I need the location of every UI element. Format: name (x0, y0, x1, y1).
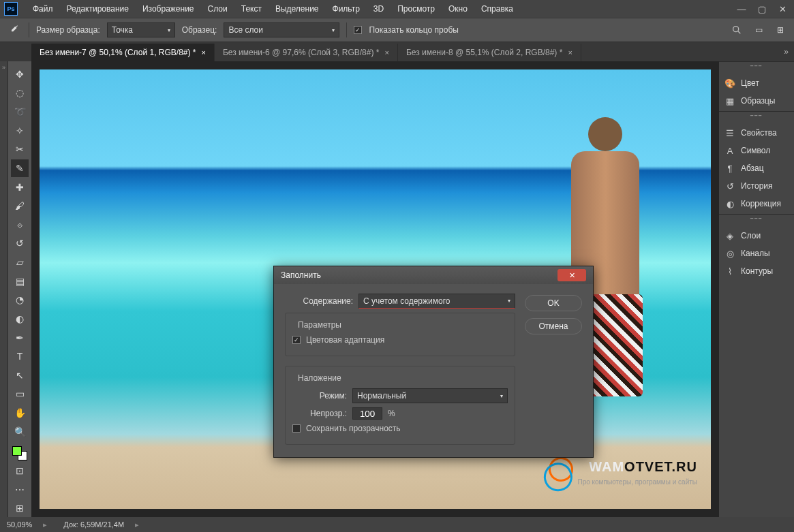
watermark-logo (545, 454, 577, 485)
panel-коррекция[interactable]: ◐Коррекция (719, 195, 794, 213)
sample-source-dropdown[interactable]: Все слои▾ (224, 22, 339, 37)
maximize-button[interactable]: ▢ (754, 3, 769, 14)
panel-каналы[interactable]: ◎Каналы (719, 245, 794, 262)
move-tool[interactable]: ✥ (11, 65, 29, 83)
mode-dropdown[interactable]: Нормальный▾ (352, 388, 508, 403)
path-tool[interactable]: ↖ (11, 366, 29, 384)
gradient-tool[interactable]: ▤ (11, 272, 29, 290)
eraser-tool[interactable]: ▱ (11, 253, 29, 271)
type-tool[interactable]: T (11, 347, 29, 365)
document-tab[interactable]: Без имени-8 @ 55,1% (Слой 2, RGB/8#) *× (398, 44, 581, 61)
marquee-tool[interactable]: ◌ (11, 84, 29, 102)
right-panel-dock: ━━━🎨Цвет▦Образцы━━━☰СвойстваAСимвол¶Абза… (719, 61, 794, 517)
frame-icon[interactable]: ▭ (750, 22, 767, 38)
history-brush-tool[interactable]: ↺ (11, 235, 29, 253)
pen-tool[interactable]: ✒ (11, 329, 29, 347)
lasso-tool[interactable]: ➰ (11, 103, 29, 121)
tab-close-icon[interactable]: × (202, 48, 206, 57)
zoom-level[interactable]: 50,09% (7, 520, 47, 529)
opacity-label: Непрозр.: (292, 409, 347, 418)
dodge-tool[interactable]: ◐ (11, 310, 29, 328)
canvas-area[interactable]: WAMOTVET.RU Про компьютеры, программы и … (31, 61, 719, 517)
menu-выделение[interactable]: Выделение (269, 4, 326, 14)
tool-extra[interactable]: ⊡ (11, 462, 29, 480)
tool-extra[interactable]: ⊞ (11, 499, 29, 517)
panel-слои[interactable]: ◈Слои (719, 227, 794, 245)
tool-extra[interactable]: ⋯ (11, 481, 29, 499)
menu-просмотр[interactable]: Просмотр (391, 4, 442, 14)
panel-символ[interactable]: AСимвол (719, 142, 794, 159)
workspace-icon[interactable]: ⊞ (772, 22, 789, 38)
sliders-icon: ☰ (724, 127, 735, 138)
menu-слои[interactable]: Слои (201, 4, 234, 14)
status-bar: 50,09% Док: 6,59M/21,4M (0, 517, 794, 532)
menu-редактирование[interactable]: Редактирование (60, 4, 136, 14)
panel-label: Слои (741, 231, 761, 240)
document-tab[interactable]: Без имени-6 @ 97,6% (Слой 3, RGB/8#) *× (215, 44, 398, 61)
panel-контуры[interactable]: ⌇Контуры (719, 262, 794, 280)
blur-tool[interactable]: ◔ (11, 292, 29, 309)
panel-label: Цвет (741, 78, 759, 88)
para-icon: ¶ (724, 163, 735, 174)
params-legend: Параметры (295, 320, 344, 330)
opacity-input[interactable] (352, 407, 382, 420)
show-ring-checkbox[interactable]: ✓ (354, 26, 362, 34)
panel-цвет[interactable]: 🎨Цвет (719, 74, 794, 92)
chevron-down-icon: ▾ (328, 27, 335, 33)
panel-абзац[interactable]: ¶Абзац (719, 159, 794, 177)
menu-3d[interactable]: 3D (367, 4, 391, 14)
color-swatches[interactable] (12, 446, 27, 461)
minimize-button[interactable]: — (734, 3, 749, 14)
sample-size-dropdown[interactable]: Точка▾ (107, 22, 175, 37)
content-dropdown[interactable]: С учетом содержимого▾ (358, 294, 515, 309)
history-icon: ↺ (724, 181, 735, 191)
tools-panel: ✥◌➰✧✂✎✚🖌⟐↺▱▤◔◐✒T↖▭✋🔍⊡⋯⊞ (8, 61, 31, 517)
document-tab-label: Без имени-8 @ 55,1% (Слой 2, RGB/8#) * (406, 48, 563, 57)
ok-button[interactable]: OK (525, 295, 582, 311)
adjust-icon: ◐ (724, 198, 735, 209)
panel-label: Абзац (741, 163, 764, 173)
document-size[interactable]: Док: 6,59M/21,4M (63, 520, 139, 529)
panel-label: Образцы (741, 96, 775, 106)
menu-текст[interactable]: Текст (234, 4, 269, 14)
menu-справка[interactable]: Справка (474, 4, 520, 14)
close-button[interactable]: ✕ (775, 3, 790, 14)
heal-tool[interactable]: ✚ (11, 178, 29, 196)
panel-label: Свойства (741, 128, 777, 138)
search-icon[interactable] (729, 22, 745, 38)
panel-label: История (741, 181, 773, 191)
wand-tool[interactable]: ✧ (11, 122, 29, 140)
color-adaptation-checkbox[interactable]: ✓ (292, 336, 301, 344)
menu-изображение[interactable]: Изображение (136, 4, 201, 14)
dialog-titlebar[interactable]: Заполнить ✕ (274, 266, 593, 284)
tab-close-icon[interactable]: × (568, 48, 572, 57)
paths-icon: ⌇ (724, 266, 735, 277)
crop-tool[interactable]: ✂ (11, 141, 29, 159)
mode-label: Режим: (292, 391, 347, 401)
opacity-suffix: % (388, 409, 395, 418)
panel-label: Контуры (741, 266, 773, 276)
tab-close-icon[interactable]: × (384, 48, 388, 57)
dialog-close-button[interactable]: ✕ (558, 269, 586, 281)
hand-tool[interactable]: ✋ (11, 404, 29, 422)
panel-label: Коррекция (741, 199, 781, 208)
cancel-button[interactable]: Отмена (525, 318, 582, 334)
panel-свойства[interactable]: ☰Свойства (719, 124, 794, 142)
panel-история[interactable]: ↺История (719, 177, 794, 195)
tab-overflow-icon[interactable]: » (784, 47, 794, 57)
eyedropper-tool[interactable]: ✎ (11, 159, 29, 177)
menu-окно[interactable]: Окно (442, 4, 474, 14)
watermark-text: WAMOTVET.RU (589, 459, 697, 475)
panel-образцы[interactable]: ▦Образцы (719, 92, 794, 110)
rect-tool[interactable]: ▭ (11, 386, 29, 403)
brush-tool[interactable]: 🖌 (11, 197, 29, 215)
sample-label: Образец: (182, 25, 217, 35)
toolbar-collapse[interactable]: » (0, 61, 8, 517)
menu-фильтр[interactable]: Фильтр (326, 4, 367, 14)
zoom-tool[interactable]: 🔍 (11, 423, 29, 441)
document-tab[interactable]: Без имени-7 @ 50,1% (Слой 1, RGB/8#) *× (31, 44, 215, 61)
menu-bar: Ps ФайлРедактированиеИзображениеСлоиТекс… (0, 0, 794, 18)
stamp-tool[interactable]: ⟐ (11, 216, 29, 234)
preserve-transparency-checkbox[interactable] (292, 424, 301, 433)
menu-файл[interactable]: Файл (26, 4, 60, 14)
